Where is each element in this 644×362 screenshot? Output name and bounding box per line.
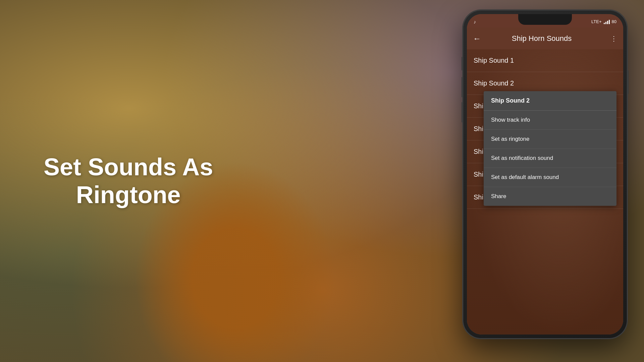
header-menu-button[interactable]: ⋮	[610, 35, 617, 43]
context-menu-share[interactable]: Share	[484, 187, 616, 206]
signal-bar-2	[605, 22, 606, 24]
hero-line1: Set Sounds As	[44, 153, 213, 181]
signal-bar-3	[607, 21, 608, 24]
signal-bars	[604, 19, 610, 24]
status-battery: 80	[612, 19, 616, 24]
phone-screen: ♪ LTE+ 80 ← Ship Horn Sounds ⋮	[467, 14, 623, 335]
context-menu-header: Ship Sound 2	[484, 91, 616, 111]
back-button[interactable]: ←	[473, 34, 481, 43]
mute-button	[462, 57, 463, 70]
context-menu-set-alarm[interactable]: Set as default alarm sound	[484, 168, 616, 187]
list-item[interactable]: Ship Sound 1	[467, 49, 623, 72]
status-right: LTE+ 80	[591, 19, 616, 24]
phone-frame: ♪ LTE+ 80 ← Ship Horn Sounds ⋮	[463, 10, 627, 339]
phone-notch	[518, 14, 572, 25]
phone-mockup: ♪ LTE+ 80 ← Ship Horn Sounds ⋮	[463, 10, 627, 339]
context-menu: Ship Sound 2 Show track info Set as ring…	[484, 91, 616, 206]
status-lte: LTE+	[591, 19, 601, 24]
volume-up-button	[462, 77, 463, 97]
context-menu-set-notification[interactable]: Set as notification sound	[484, 149, 616, 168]
context-menu-show-track-info[interactable]: Show track info	[484, 111, 616, 130]
context-menu-set-ringtone[interactable]: Set as ringtone	[484, 130, 616, 149]
hero-line2: Ringtone	[44, 181, 213, 209]
signal-bar-4	[609, 20, 610, 24]
volume-down-button	[462, 102, 463, 122]
hero-text: Set Sounds As Ringtone	[44, 153, 213, 209]
power-button	[627, 70, 629, 94]
status-music-icon: ♪	[474, 19, 476, 24]
app-title: Ship Horn Sounds	[486, 34, 597, 43]
signal-bar-1	[604, 23, 605, 24]
app-header: ← Ship Horn Sounds ⋮	[467, 27, 623, 49]
